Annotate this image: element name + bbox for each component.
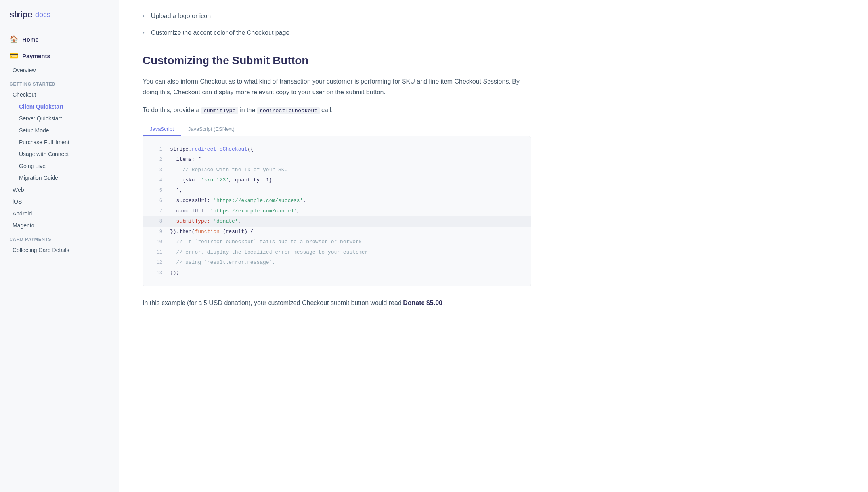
final-note-after: . (444, 299, 445, 306)
tab-javascript[interactable]: JavaScript (143, 123, 181, 136)
code-line: 7 cancelUrl: 'https://example.com/cancel… (154, 206, 520, 216)
line-code: }).then(function (result) { (170, 227, 520, 237)
code-content: 1stripe.redirectToCheckout({2 items: [3 … (143, 136, 531, 286)
product-label: docs (35, 11, 50, 19)
line-code: }); (170, 268, 520, 278)
section-title: Customizing the Submit Button (143, 53, 531, 68)
line-number: 4 (154, 175, 162, 185)
sidebar-item-label: Payments (22, 53, 50, 59)
sidebar-item-web[interactable]: Web (0, 184, 119, 196)
code-tabs: JavaScript JavaScript (ESNext) (143, 123, 531, 136)
code-line: 10 // If `redirectToCheckout` fails due … (154, 237, 520, 247)
line-number: 12 (154, 257, 162, 268)
line-number: 13 (154, 268, 162, 278)
sidebar-navigation: 🏠 Home 💳 Payments Overview GETTING START… (0, 31, 119, 256)
line-code: cancelUrl: 'https://example.com/cancel', (170, 206, 520, 216)
sidebar-item-overview[interactable]: Overview (0, 64, 119, 76)
line-number: 5 (154, 185, 162, 196)
sidebar-item-setup-mode[interactable]: Setup Mode (0, 124, 119, 136)
sidebar-item-collecting-card-details[interactable]: Collecting Card Details (0, 244, 119, 256)
sidebar-item-going-live[interactable]: Going Live (0, 160, 119, 172)
line-number: 3 (154, 165, 162, 175)
final-note-bold: Donate $5.00 (403, 299, 442, 306)
code-line: 13}); (154, 268, 520, 278)
main-content: Upload a logo or icon Customize the acce… (119, 0, 555, 492)
line-code: // error, display the localized error me… (170, 247, 520, 257)
line-code: // using `result.error.message`. (170, 257, 520, 268)
logo: stripe docs (0, 10, 119, 31)
line-number: 7 (154, 206, 162, 216)
sidebar: stripe docs 🏠 Home 💳 Payments Overview G… (0, 0, 119, 492)
sidebar-item-home[interactable]: 🏠 Home (0, 31, 119, 48)
tab-javascript-esnext[interactable]: JavaScript (ESNext) (181, 123, 242, 136)
sidebar-item-android[interactable]: Android (0, 208, 119, 219)
line-number: 9 (154, 227, 162, 237)
instruction-paragraph: To do this, provide a submitType in the … (143, 105, 531, 116)
code-line: 8 submitType: 'donate', (143, 216, 531, 227)
sidebar-item-purchase-fulfillment[interactable]: Purchase Fulfillment (0, 136, 119, 148)
line-number: 11 (154, 247, 162, 257)
section-label-card-payments: CARD PAYMENTS (0, 231, 119, 244)
instruction-before: To do this, provide a (143, 107, 199, 113)
sidebar-item-payments[interactable]: 💳 Payments (0, 48, 119, 64)
content-top: Upload a logo or icon Customize the acce… (143, 0, 531, 308)
sidebar-item-migration-guide[interactable]: Migration Guide (0, 172, 119, 184)
code-line: 12 // using `result.error.message`. (154, 257, 520, 268)
line-code: submitType: 'donate', (170, 216, 520, 227)
line-number: 8 (154, 216, 162, 227)
line-code: ], (170, 185, 520, 196)
sidebar-item-usage-with-connect[interactable]: Usage with Connect (0, 148, 119, 160)
sidebar-item-checkout[interactable]: Checkout (0, 89, 119, 101)
line-code: // If `redirectToCheckout` fails due to … (170, 237, 520, 247)
final-note-before: In this example (for a 5 USD donation), … (143, 299, 401, 306)
code-line: 9}).then(function (result) { (154, 227, 520, 237)
section-label-getting-started: GETTING STARTED (0, 76, 119, 89)
brand-name: stripe (10, 10, 32, 20)
sidebar-item-magento[interactable]: Magento (0, 219, 119, 231)
home-icon: 🏠 (10, 35, 18, 44)
instruction-after-text: call: (321, 107, 333, 113)
code-block: 1stripe.redirectToCheckout({2 items: [3 … (143, 136, 531, 286)
list-item: Customize the accent color of the Checko… (143, 25, 531, 41)
code-line: 4 {sku: 'sku_123', quantity: 1} (154, 175, 520, 185)
bullet-list: Upload a logo or icon Customize the acce… (143, 8, 531, 41)
line-code: stripe.redirectToCheckout({ (170, 144, 520, 154)
line-number: 10 (154, 237, 162, 247)
final-note: In this example (for a 5 USD donation), … (143, 297, 531, 308)
line-code: {sku: 'sku_123', quantity: 1} (170, 175, 520, 185)
line-code: // Replace with the ID of your SKU (170, 165, 520, 175)
code-line: 2 items: [ (154, 154, 520, 165)
code-line: 1stripe.redirectToCheckout({ (154, 144, 520, 154)
sidebar-item-label: Home (22, 36, 39, 43)
code-line: 3 // Replace with the ID of your SKU (154, 165, 520, 175)
list-item: Upload a logo or icon (143, 8, 531, 25)
code-line: 6 successUrl: 'https://example.com/succe… (154, 196, 520, 206)
line-code: successUrl: 'https://example.com/success… (170, 196, 520, 206)
line-number: 2 (154, 154, 162, 165)
instruction-middle-text: in the (240, 107, 255, 113)
instruction-code1: submitType (201, 107, 238, 114)
intro-paragraph: You can also inform Checkout as to what … (143, 76, 531, 97)
code-line: 11 // error, display the localized error… (154, 247, 520, 257)
code-line: 5 ], (154, 185, 520, 196)
sidebar-item-ios[interactable]: iOS (0, 196, 119, 208)
line-number: 1 (154, 144, 162, 154)
sidebar-item-client-quickstart[interactable]: Client Quickstart (0, 101, 119, 113)
payments-icon: 💳 (10, 51, 18, 60)
instruction-code2: redirectToCheckout (257, 107, 320, 114)
line-number: 6 (154, 196, 162, 206)
sidebar-item-server-quickstart[interactable]: Server Quickstart (0, 113, 119, 124)
line-code: items: [ (170, 154, 520, 165)
